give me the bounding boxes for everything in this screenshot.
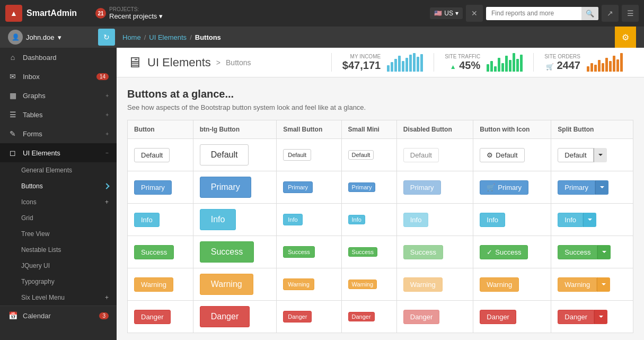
btn-info-xs[interactable]: Info bbox=[348, 215, 365, 224]
menu-btn[interactable]: ☰ bbox=[622, 5, 639, 22]
chevron-right-icon: + bbox=[105, 93, 109, 99]
split-main-danger[interactable]: Danger bbox=[558, 310, 594, 324]
traffic-chart bbox=[487, 53, 523, 72]
split-main-warning[interactable]: Warning bbox=[558, 277, 597, 292]
table-row: Default Default Default Default Default … bbox=[128, 139, 633, 171]
page-content: Buttons at a glance... See how aspects o… bbox=[117, 77, 644, 340]
btn-success[interactable]: Success bbox=[134, 245, 174, 259]
external-link-btn[interactable]: ↗ bbox=[602, 5, 619, 22]
sidebar-sub-item-nestable[interactable]: Nestable Lists bbox=[0, 242, 117, 258]
btn-primary-sm[interactable]: Primary bbox=[283, 181, 313, 193]
sidebar-sub-item-six-level[interactable]: Six Level Menu + bbox=[0, 290, 117, 306]
btn-info-icon[interactable]: Info bbox=[480, 213, 505, 227]
sidebar-sub-item-buttons[interactable]: Buttons bbox=[0, 178, 117, 194]
cart-icon: 🛒 bbox=[546, 63, 554, 71]
split-main-default[interactable]: Default bbox=[558, 148, 593, 162]
flag-icon: 🇺🇸 bbox=[434, 10, 442, 17]
projects-area: 21 PROJECTS: Recent projects ▾ bbox=[95, 6, 425, 20]
split-dropdown-default[interactable] bbox=[594, 148, 607, 162]
btn-danger-icon[interactable]: Danger bbox=[480, 310, 516, 324]
orders-widget: SITE ORDERS 🛒 2447 bbox=[533, 53, 633, 72]
sidebar-sub-item-typography[interactable]: Typography bbox=[0, 274, 117, 290]
split-btn-info: Info bbox=[558, 213, 596, 227]
sidebar-sub-item-icons[interactable]: Icons + bbox=[0, 194, 117, 210]
btn-primary[interactable]: Primary bbox=[134, 180, 172, 195]
btn-info[interactable]: Info bbox=[134, 213, 160, 227]
sidebar-item-label: Inbox bbox=[23, 73, 91, 81]
btn-warning-icon[interactable]: Warning bbox=[480, 277, 519, 292]
calendar-icon: 📅 bbox=[8, 311, 17, 320]
btn-default-xs[interactable]: Default bbox=[348, 150, 374, 160]
stats-bar: 🖥 UI Elements > Buttons MY INCOME $47,17… bbox=[117, 48, 644, 77]
table-row: Danger Danger Danger Danger Danger Dange… bbox=[128, 301, 633, 333]
btn-default-lg[interactable]: Default bbox=[200, 144, 249, 165]
traffic-info: SITE TRAFFIC ▲ 45% bbox=[445, 54, 480, 72]
close-btn[interactable]: ✕ bbox=[466, 5, 483, 22]
sidebar-sub-item-general[interactable]: General Elements bbox=[0, 162, 117, 178]
split-dropdown-info[interactable] bbox=[583, 213, 596, 227]
btn-success-lg[interactable]: Success bbox=[200, 241, 254, 263]
btn-primary-icon[interactable]: 🛒 Primary bbox=[480, 180, 528, 195]
breadcrumb-sep1: / bbox=[144, 33, 146, 41]
sidebar-item-ui-elements[interactable]: ◻ UI Elements − bbox=[0, 143, 117, 162]
btn-default-icon[interactable]: ⚙ Default bbox=[480, 148, 524, 162]
btn-info-sm[interactable]: Info bbox=[283, 214, 302, 225]
split-dropdown-danger[interactable] bbox=[594, 310, 607, 324]
btn-danger[interactable]: Danger bbox=[134, 310, 171, 324]
breadcrumb-ui-elements[interactable]: UI Elements bbox=[149, 33, 187, 41]
username[interactable]: John.doe bbox=[26, 33, 55, 41]
caret-icon bbox=[602, 283, 606, 285]
page-title-area: 🖥 UI Elements > Buttons bbox=[127, 54, 331, 71]
btn-warning-disabled: Warning bbox=[403, 277, 443, 292]
btn-warning-lg[interactable]: Warning bbox=[200, 274, 253, 295]
split-dropdown-primary[interactable] bbox=[595, 180, 608, 195]
sidebar-item-calendar[interactable]: 📅 Calendar 3 bbox=[0, 306, 117, 325]
gear-icon: ⚙ bbox=[487, 151, 493, 159]
split-main-primary[interactable]: Primary bbox=[558, 180, 595, 195]
region-selector[interactable]: 🇺🇸 US ▾ bbox=[430, 7, 463, 19]
btn-primary-xs[interactable]: Primary bbox=[348, 182, 376, 192]
btn-warning-sm[interactable]: Warning bbox=[283, 278, 314, 290]
split-main-info[interactable]: Info bbox=[558, 213, 583, 227]
sidebar-item-tables[interactable]: ☰ Tables + bbox=[0, 105, 117, 124]
split-dropdown-success[interactable] bbox=[597, 245, 611, 259]
btn-info-lg[interactable]: Info bbox=[200, 209, 236, 230]
sidebar: ⌂ Dashboard ✉ Inbox 14 ▦ Graphs + ☰ Tabl… bbox=[0, 48, 117, 340]
col-disabled: Disabled Button bbox=[396, 120, 473, 139]
caret-icon bbox=[588, 219, 592, 221]
split-dropdown-warning[interactable] bbox=[597, 277, 610, 292]
sidebar-sub-item-grid[interactable]: Grid bbox=[0, 210, 117, 226]
trend-icon: ▲ bbox=[450, 63, 456, 71]
btn-success-icon[interactable]: ✓ Success bbox=[480, 245, 528, 259]
btn-warning-xs[interactable]: Warning bbox=[348, 280, 377, 289]
btn-warning[interactable]: Warning bbox=[134, 277, 173, 292]
btn-success-sm[interactable]: Success bbox=[283, 246, 315, 258]
settings-btn[interactable]: ⚙ bbox=[615, 27, 636, 48]
sync-icon: ↻ bbox=[98, 29, 115, 46]
recent-projects-btn[interactable]: Recent projects ▾ bbox=[109, 12, 163, 20]
orders-number: 2447 bbox=[557, 59, 581, 71]
btn-default[interactable]: Default bbox=[134, 148, 170, 162]
btn-danger-sm[interactable]: Danger bbox=[283, 311, 312, 322]
sidebar-item-dashboard[interactable]: ⌂ Dashboard bbox=[0, 48, 117, 67]
btn-default-sm[interactable]: Default bbox=[283, 149, 311, 161]
btn-primary-lg[interactable]: Primary bbox=[200, 177, 251, 198]
buttons-table: Button btn-lg Button Small Button Small … bbox=[127, 120, 633, 333]
sidebar-item-forms[interactable]: ✎ Forms + bbox=[0, 124, 117, 143]
search-input[interactable] bbox=[486, 7, 581, 20]
sidebar-item-graphs[interactable]: ▦ Graphs + bbox=[0, 86, 117, 105]
sidebar-sub-item-tree-view[interactable]: Tree View bbox=[0, 226, 117, 242]
sidebar-sub-item-jquery[interactable]: JQuery UI bbox=[0, 258, 117, 274]
btn-default-disabled: Default bbox=[403, 148, 439, 162]
breadcrumb-home[interactable]: Home bbox=[122, 33, 141, 41]
content-area: 🖥 UI Elements > Buttons MY INCOME $47,17… bbox=[117, 48, 644, 340]
btn-danger-xs[interactable]: Danger bbox=[348, 312, 375, 321]
btn-danger-lg[interactable]: Danger bbox=[200, 306, 250, 327]
search-button[interactable]: 🔍 bbox=[581, 7, 598, 20]
income-info: MY INCOME $47,171 bbox=[342, 54, 381, 72]
split-btn-success: Success bbox=[558, 245, 611, 259]
btn-success-xs[interactable]: Success bbox=[348, 247, 378, 257]
col-mini: Small Mini bbox=[341, 120, 396, 139]
sidebar-item-inbox[interactable]: ✉ Inbox 14 bbox=[0, 67, 117, 86]
split-main-success[interactable]: Success bbox=[558, 245, 597, 259]
